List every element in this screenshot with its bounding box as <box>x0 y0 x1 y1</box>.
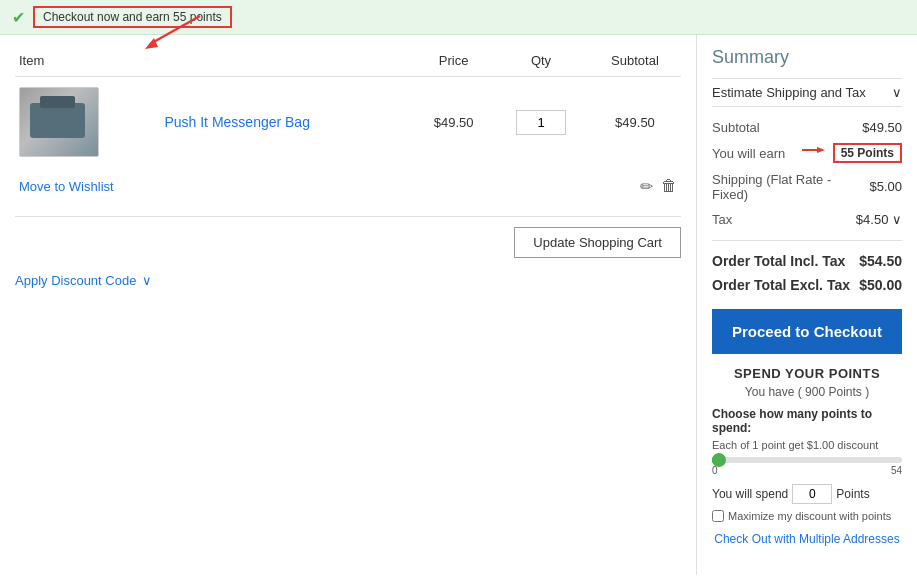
action-icons: ✏ 🗑 <box>593 177 677 196</box>
wishlist-link[interactable]: Move to Wishlist <box>19 179 114 194</box>
tax-row: Tax $4.50 ∨ <box>712 207 902 232</box>
points-unit: Points <box>836 487 869 501</box>
spend-title: SPEND YOUR POINTS <box>712 366 902 381</box>
cart-section: Item Price Qty Subtotal Push It Messenge… <box>0 35 697 575</box>
discount-row[interactable]: Apply Discount Code ∨ <box>15 273 681 288</box>
svg-line-0 <box>150 16 200 44</box>
order-excl-value: $50.00 <box>859 277 902 293</box>
price-col-header: Price <box>414 45 493 77</box>
points-slider-container: 0 54 <box>712 457 902 476</box>
order-excl-label: Order Total Excl. Tax <box>712 277 850 293</box>
choose-label: Choose how many points to spend: <box>712 407 902 435</box>
you-have: You have ( 900 Points ) <box>712 385 902 399</box>
edit-icon[interactable]: ✏ <box>640 177 653 196</box>
order-incl-row: Order Total Incl. Tax $54.50 <box>712 249 902 273</box>
spend-points-section: SPEND YOUR POINTS You have ( 900 Points … <box>712 366 902 546</box>
price-cell: $49.50 <box>414 77 493 168</box>
summary-title: Summary <box>712 47 902 68</box>
estimate-chevron-icon: ∨ <box>892 85 902 100</box>
each-point: Each of 1 point get $1.00 discount <box>712 439 902 451</box>
earn-arrow-icon <box>797 146 827 162</box>
top-bar: ✔ Checkout now and earn 55 points <box>0 0 917 35</box>
order-excl-row: Order Total Excl. Tax $50.00 <box>712 273 902 297</box>
tax-label: Tax <box>712 212 732 227</box>
cart-actions: Update Shopping Cart <box>15 216 681 258</box>
multiple-addresses-link[interactable]: Check Out with Multiple Addresses <box>712 532 902 546</box>
tax-chevron-icon: ∨ <box>892 212 902 227</box>
maximize-label: Maximize my discount with points <box>728 510 891 522</box>
spend-label: You will spend <box>712 487 788 501</box>
maximize-checkbox[interactable] <box>712 510 724 522</box>
slider-labels: 0 54 <box>712 465 902 476</box>
main-container: Item Price Qty Subtotal Push It Messenge… <box>0 35 917 575</box>
estimate-row[interactable]: Estimate Shipping and Tax ∨ <box>712 78 902 107</box>
order-incl-label: Order Total Incl. Tax <box>712 253 845 269</box>
slider-max-label: 54 <box>891 465 902 476</box>
slider-track <box>712 457 902 463</box>
subtotal-col-header: Subtotal <box>589 45 681 77</box>
subtotal-label: Subtotal <box>712 120 760 135</box>
update-cart-button[interactable]: Update Shopping Cart <box>514 227 681 258</box>
points-badge: 55 Points <box>833 143 902 163</box>
svg-marker-3 <box>817 147 825 153</box>
item-col-header: Item <box>15 45 414 77</box>
summary-rows: Subtotal $49.50 You will earn 55 Points … <box>712 115 902 232</box>
shipping-value: $5.00 <box>869 179 902 194</box>
table-row: Push It Messenger Bag $49.50 $49.50 <box>15 77 681 168</box>
tax-value: $4.50 <box>856 212 889 227</box>
spend-points-input[interactable] <box>792 484 832 504</box>
product-name-link[interactable]: Push It Messenger Bag <box>164 114 310 130</box>
discount-chevron-icon: ∨ <box>142 273 152 288</box>
divider-1 <box>712 240 902 241</box>
shipping-row: Shipping (Flat Rate - Fixed) $5.00 <box>712 167 902 207</box>
earn-label: You will earn <box>712 146 785 161</box>
subtotal-row: Subtotal $49.50 <box>712 115 902 140</box>
slider-thumb[interactable] <box>712 453 726 467</box>
check-icon: ✔ <box>12 8 25 27</box>
spend-input-row: You will spend Points <box>712 484 902 504</box>
qty-input[interactable] <box>516 110 566 135</box>
arrow-indicator <box>140 14 210 54</box>
order-incl-value: $54.50 <box>859 253 902 269</box>
shipping-label: Shipping (Flat Rate - Fixed) <box>712 172 869 202</box>
checkout-button[interactable]: Proceed to Checkout <box>712 309 902 354</box>
wishlist-action-row: Move to Wishlist ✏ 🗑 <box>15 167 681 206</box>
earn-row: You will earn 55 Points <box>712 140 902 167</box>
qty-col-header: Qty <box>493 45 589 77</box>
summary-section: Summary Estimate Shipping and Tax ∨ Subt… <box>697 35 917 575</box>
cart-table: Item Price Qty Subtotal Push It Messenge… <box>15 45 681 206</box>
delete-icon[interactable]: 🗑 <box>661 177 677 196</box>
maximize-row: Maximize my discount with points <box>712 510 902 522</box>
discount-label: Apply Discount Code <box>15 273 136 288</box>
product-image <box>19 87 99 157</box>
subtotal-cell: $49.50 <box>589 77 681 168</box>
estimate-label: Estimate Shipping and Tax <box>712 85 866 100</box>
subtotal-value: $49.50 <box>862 120 902 135</box>
